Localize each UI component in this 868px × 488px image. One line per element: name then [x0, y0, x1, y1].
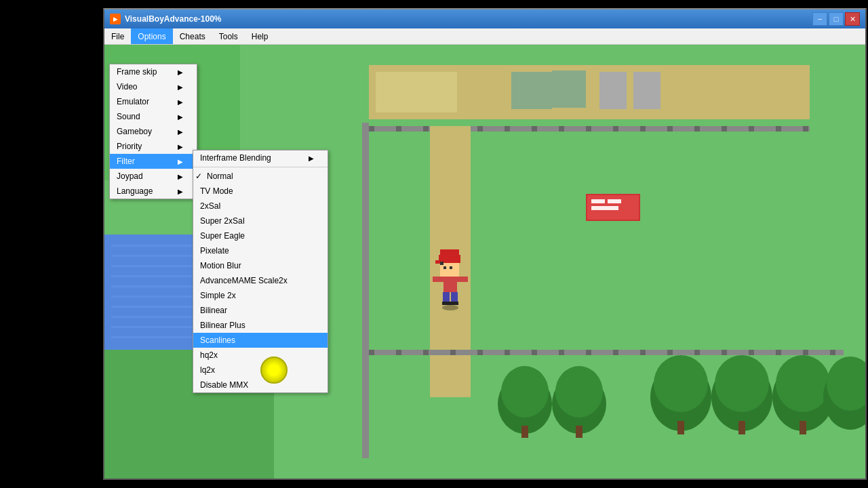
- filter-lq2x[interactable]: lq2x: [193, 363, 328, 378]
- normal-checkmark: ✓: [195, 171, 202, 181]
- minimize-button[interactable]: −: [812, 12, 827, 26]
- svg-rect-78: [830, 350, 835, 355]
- dropdown-filter[interactable]: Filter ▶: [110, 154, 197, 169]
- motionblur-label: Motion Blur: [200, 261, 241, 270]
- filter-simple2x[interactable]: Simple 2x: [193, 288, 328, 303]
- lq2x-label: lq2x: [200, 365, 215, 375]
- svg-rect-27: [477, 126, 483, 131]
- svg-rect-48: [450, 266, 452, 269]
- svg-rect-62: [396, 350, 401, 355]
- interframe-label: Interframe Blending: [200, 153, 271, 163]
- svg-rect-77: [803, 350, 808, 355]
- super2xsai-label: Super 2xSaI: [200, 216, 245, 226]
- svg-rect-52: [450, 302, 458, 305]
- svg-rect-60: [369, 350, 844, 355]
- svg-rect-28: [505, 126, 510, 131]
- gameboy-arrow: ▶: [178, 128, 183, 136]
- svg-rect-58: [608, 199, 621, 203]
- titlebar-left: ▶ VisualBoyAdvance-100%: [110, 14, 222, 24]
- svg-rect-49: [443, 292, 450, 302]
- dropdown-sound[interactable]: Sound ▶: [110, 109, 197, 124]
- svg-rect-84: [738, 421, 745, 434]
- filter-2xsai[interactable]: 2xSaI: [193, 199, 328, 214]
- svg-rect-73: [694, 350, 700, 355]
- svg-rect-87: [800, 421, 806, 434]
- close-button[interactable]: ✕: [845, 12, 860, 26]
- filter-bilinearplus[interactable]: Bilinear Plus: [193, 318, 328, 333]
- frameskip-arrow: ▶: [178, 68, 183, 76]
- svg-rect-65: [477, 350, 483, 355]
- menu-options[interactable]: Options: [131, 28, 172, 44]
- svg-rect-69: [586, 350, 591, 355]
- dropdown-frameskip[interactable]: Frame skip ▶: [110, 64, 197, 79]
- svg-point-83: [715, 355, 769, 412]
- pixelate-label: Pixelate: [200, 246, 229, 256]
- svg-rect-59: [591, 206, 618, 210]
- dropdown-emulator[interactable]: Emulator ▶: [110, 94, 197, 109]
- svg-rect-25: [423, 126, 429, 131]
- svg-rect-30: [559, 126, 564, 131]
- gameboy-label: Gameboy: [117, 127, 152, 136]
- svg-rect-21: [633, 72, 660, 109]
- filter-super2xsai[interactable]: Super 2xSaI: [193, 214, 328, 228]
- disablemmx-label: Disable MMX: [200, 380, 248, 390]
- language-arrow: ▶: [178, 188, 183, 195]
- svg-rect-35: [694, 126, 700, 131]
- filter-bilinear[interactable]: Bilinear: [193, 303, 328, 318]
- svg-rect-37: [749, 126, 754, 131]
- filter-normal[interactable]: ✓ Normal: [193, 169, 328, 184]
- filter-motionblur[interactable]: Motion Blur: [193, 258, 328, 273]
- frameskip-label: Frame skip: [117, 67, 157, 77]
- joypad-arrow: ▶: [178, 173, 183, 180]
- svg-rect-53: [433, 277, 443, 282]
- svg-rect-46: [440, 262, 443, 265]
- game-area: Frame skip ▶ Video ▶ Emulator ▶ Sound ▶ …: [104, 45, 865, 479]
- main-window: ▶ VisualBoyAdvance-100% − □ ✕ File Optio…: [103, 8, 867, 480]
- svg-rect-67: [532, 350, 537, 355]
- filter-interframe[interactable]: Interframe Blending ▶: [193, 150, 328, 165]
- filter-advancemame[interactable]: AdvanceMAME Scale2x: [193, 273, 328, 288]
- svg-rect-71: [640, 350, 646, 355]
- dropdown-gameboy[interactable]: Gameboy ▶: [110, 124, 197, 139]
- dropdown-priority[interactable]: Priority ▶: [110, 139, 197, 154]
- filter-scanlines[interactable]: Scanlines: [193, 333, 328, 348]
- filter-separator: [193, 167, 328, 167]
- svg-rect-38: [776, 126, 781, 131]
- sound-label: Sound: [117, 112, 140, 121]
- simple2x-label: Simple 2x: [200, 291, 236, 300]
- scanlines-label: Scanlines: [200, 336, 235, 345]
- filter-supereag[interactable]: Super Eagle: [193, 228, 328, 243]
- window-controls: − □ ✕: [812, 12, 860, 26]
- emulator-arrow: ▶: [178, 98, 183, 106]
- svg-rect-44: [440, 249, 459, 256]
- filter-hq2x[interactable]: hq2x: [193, 348, 328, 363]
- restore-button[interactable]: □: [829, 12, 844, 26]
- filter-tvmode[interactable]: TV Mode: [193, 184, 328, 199]
- filter-label: Filter: [117, 157, 135, 166]
- supereag-label: Super Eagle: [200, 231, 245, 241]
- menu-file[interactable]: File: [104, 28, 131, 44]
- svg-rect-68: [559, 350, 564, 355]
- filter-pixelate[interactable]: Pixelate: [193, 243, 328, 258]
- menu-cheats[interactable]: Cheats: [173, 28, 212, 44]
- filter-arrow: ▶: [178, 158, 183, 165]
- svg-rect-34: [667, 126, 673, 131]
- bilinearplus-label: Bilinear Plus: [200, 321, 245, 330]
- svg-rect-70: [613, 350, 618, 355]
- svg-rect-96: [362, 350, 369, 458]
- language-label: Language: [117, 186, 153, 196]
- menu-tools[interactable]: Tools: [212, 28, 245, 44]
- svg-rect-36: [722, 126, 727, 131]
- dropdown-video[interactable]: Video ▶: [110, 79, 197, 94]
- svg-point-98: [442, 305, 458, 310]
- svg-rect-63: [423, 350, 429, 355]
- priority-label: Priority: [117, 142, 142, 151]
- svg-rect-74: [722, 350, 727, 355]
- menu-help[interactable]: Help: [245, 28, 275, 44]
- dropdown-joypad[interactable]: Joypad ▶: [110, 169, 197, 184]
- dropdown-language[interactable]: Language ▶: [110, 184, 197, 199]
- menubar: File Options Cheats Tools Help: [104, 28, 865, 45]
- svg-rect-33: [640, 126, 646, 131]
- filter-disablemmx[interactable]: Disable MMX: [193, 378, 328, 392]
- svg-rect-19: [552, 70, 586, 108]
